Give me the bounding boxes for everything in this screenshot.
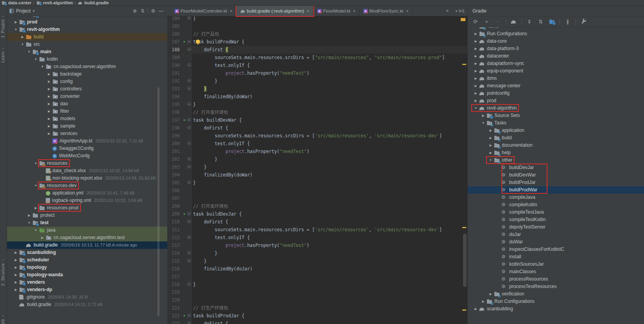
fold-icon[interactable] [187,16,191,22]
locate-icon[interactable]: ⊕ [131,7,139,14]
expander-icon[interactable]: ▶ [487,144,494,147]
project-row-java[interactable]: ▼java [7,227,167,234]
expander-icon[interactable]: ▶ [46,87,52,91]
project-row-revit-algorithm[interactable]: ▼revit-algorithm [7,26,167,33]
gradle-row-application[interactable]: ▶⚙application [468,127,644,134]
project-row-cn-sagacloud-server-algorithm[interactable]: ▼cn.sagacloud.server.algorithm [7,63,167,70]
expander-icon[interactable]: ▶ [13,258,19,262]
gradle-row-equip-component[interactable]: ▶equip-component [468,67,644,75]
gradle-row-dataplatform-sync[interactable]: ▶dataplatform-sync [468,60,644,67]
expander-icon[interactable]: ▶ [472,69,479,73]
expander-icon[interactable]: ▶ [472,92,479,95]
fold-icon[interactable] [187,85,191,93]
expander-icon[interactable]: ▼ [13,28,19,31]
project-row-data-check-xlsx[interactable]: ?data_check.xlsx2020/1/10 10:32, 14.94 k… [7,167,167,175]
run-gutter-icon[interactable]: ▶ [182,38,187,46]
fold-icon[interactable] [187,281,191,288]
tool-strip-button-1-project[interactable]: 1: Project [1,14,5,38]
expand-all-icon[interactable]: ⇕ [526,18,533,25]
gradle-row-source-sets[interactable]: ▶Source Sets [468,112,644,119]
gradle-row-datacenter[interactable]: ▶datacenter [468,52,644,60]
project-row-cn-sagacloud-server-algorithm-test[interactable]: ▶cn.sagacloud.server.algorithm.test [7,234,167,241]
fold-icon[interactable] [187,38,191,46]
breadcrumb-item-build-gradle[interactable]: build.gradle [77,0,109,5]
hide-panel-icon[interactable]: — [157,7,165,14]
fold-icon[interactable] [187,46,191,54]
gradle-row-processresources[interactable]: processResources [468,275,644,283]
fold-icon[interactable] [187,249,191,257]
project-row-scanbuilding[interactable]: ▶scanbuilding [7,249,167,256]
gradle-row-kotlinsourcesjar[interactable]: kotlinSourcesJar [468,261,644,268]
toggle-script-icon[interactable]: ∦ [564,18,571,25]
project-row-config[interactable]: ▶config [7,78,167,85]
expander-icon[interactable]: ▶ [472,84,479,88]
project-row-webmvcconfg[interactable]: WebMvcConfg [7,152,167,160]
fold-icon[interactable] [187,234,191,241]
expander-icon[interactable]: ▶ [472,307,479,311]
expander-icon[interactable]: ▶ [472,77,479,80]
close-icon[interactable]: ✕ [230,9,233,13]
project-row-converter[interactable]: ▶converter [7,93,167,100]
expander-icon[interactable]: ▶ [13,20,19,24]
gradle-row-processtestresources[interactable]: processTestResources [468,283,644,290]
expander-icon[interactable]: ▶ [46,110,52,113]
fold-icon[interactable] [187,320,191,324]
gradle-row-data-core[interactable]: ▶data-core [468,38,644,45]
project-row-resources-prod[interactable]: ▶resources-prod [7,204,167,212]
fold-icon[interactable] [187,163,191,171]
gradle-row-run-configurations[interactable]: ▶⚙Run Configurations [468,30,644,38]
expander-icon[interactable]: ▶ [13,281,19,284]
expander-icon[interactable]: ▼ [26,221,32,225]
project-row-models[interactable]: ▶models [7,115,167,122]
close-icon[interactable]: ✕ [353,9,356,13]
tab-bindfloorsync-kt[interactable]: BindFloorSync.kt✕ [360,6,413,16]
gradle-row-tasks[interactable]: ▼⚙Tasks [468,119,644,127]
project-row-swagger2config[interactable]: Swagger2Config [7,145,167,152]
expander-icon[interactable]: ▼ [19,43,26,46]
expander-icon[interactable]: ▶ [487,129,494,132]
gradle-row-help[interactable]: ▶⚙help [468,149,644,157]
gradle-row-depolytestserver[interactable]: depolyTestServer [468,223,644,231]
project-row-filter[interactable]: ▶filter [7,108,167,115]
group-modules-icon[interactable] [548,18,556,25]
gradle-row-ibms[interactable]: ▶ibms [468,75,644,82]
expander-icon[interactable]: ▶ [472,27,479,28]
project-row-build[interactable]: ▶build [7,33,167,41]
project-row-resources[interactable]: ▼resources [7,160,167,167]
expander-icon[interactable]: ▶ [46,132,52,135]
tab-build-gradle-revit-algorithm[interactable]: build.gradle (:revit-algorithm)✕ [236,6,313,16]
project-row-build-gradle[interactable]: build.gradle2020/6/16 10:13, 11.77 kB A … [7,241,167,249]
execute-icon[interactable] [510,18,517,25]
settings-icon[interactable]: ⚙ [149,7,157,14]
project-row-test[interactable]: ▼test [7,219,167,227]
expander-icon[interactable]: ▶ [487,151,494,155]
expander-icon[interactable]: ▶ [472,32,479,36]
expander-icon[interactable]: ▶ [480,114,487,117]
fold-icon[interactable] [187,179,191,187]
fold-icon[interactable] [187,101,191,108]
fold-icon[interactable] [187,312,191,320]
project-row-main[interactable]: ▼main [7,48,167,56]
gradle-row-documentation[interactable]: ▶⚙documentation [468,142,644,149]
project-row-sample[interactable]: ▶sample [7,122,167,130]
expander-icon[interactable]: ▶ [19,35,26,39]
project-row-logback-spring-xml[interactable]: logback-spring.xml2020/1/10 10:32, 3.69 … [7,197,167,204]
project-row-non-blocking-report-xlsx[interactable]: ?non-blocking-report.xlsx2020/5/13 14:58… [7,175,167,182]
gradle-row-mainclasses[interactable]: mainClasses [468,268,644,275]
close-icon[interactable]: ✕ [307,9,309,13]
expander-icon[interactable]: ▶ [46,72,52,76]
project-row-resources-dev[interactable]: ▼resources-dev [7,182,167,189]
expander-icon[interactable]: ▼ [480,121,487,125]
gradle-row-buildprodjar[interactable]: buildProdJar [468,179,644,186]
gradle-row-compilejava[interactable]: compileJava [468,194,644,201]
chevron-down-icon[interactable]: ▼ [32,9,35,13]
expander-icon[interactable]: ▼ [472,106,479,110]
project-row-gitignore[interactable]: .gitignore2020/6/1 14:39, 35 B [7,293,167,301]
expander-icon[interactable]: ▶ [480,300,487,303]
expander-icon[interactable]: ▼ [487,158,494,162]
project-row-scheduler[interactable]: ▶scheduler [7,256,167,264]
project-row-venders[interactable]: ▶venders [7,279,167,286]
gradle-row-compilekotlin[interactable]: compileKotlin [468,201,644,209]
fold-icon[interactable] [187,218,191,226]
gradle-row-builddevwar[interactable]: buildDevWar [468,171,644,179]
